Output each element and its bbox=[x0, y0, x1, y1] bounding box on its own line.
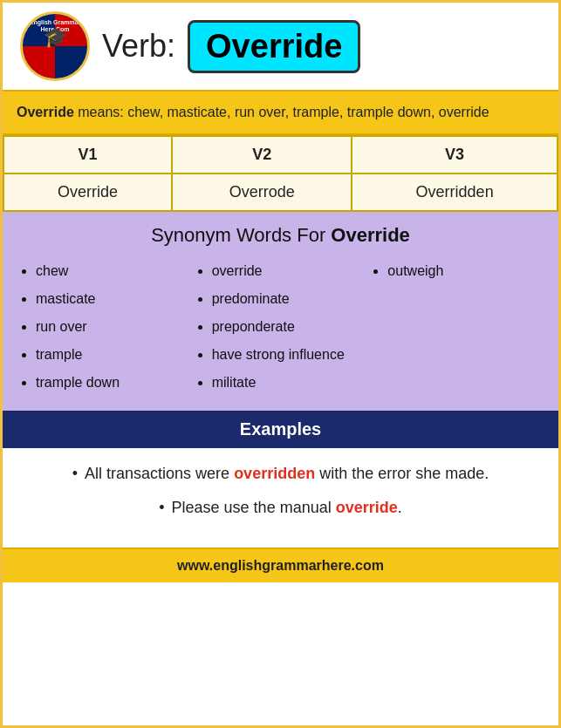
list-item: trample bbox=[36, 341, 193, 369]
synonym-columns: chew masticate run over trample trample … bbox=[17, 257, 544, 397]
table-cell-v1: Override bbox=[3, 173, 172, 211]
list-item: predominate bbox=[212, 285, 369, 313]
bullet-icon: • bbox=[72, 465, 78, 482]
footer: www.englishgrammarhere.com bbox=[3, 548, 558, 582]
example-after-2: . bbox=[398, 499, 402, 516]
word-box: Override bbox=[188, 20, 360, 73]
synonym-title-bold: Override bbox=[331, 224, 410, 246]
definition-box: Override means: chew, masticate, run ove… bbox=[3, 90, 558, 135]
list-item: militate bbox=[212, 369, 369, 397]
table-cell-v2: Overrode bbox=[172, 173, 352, 211]
logo: English Grammar Here.Com 🎓 bbox=[20, 11, 90, 81]
examples-body: •All transactions were overridden with t… bbox=[3, 448, 558, 548]
example-highlight-1: overridden bbox=[234, 465, 315, 482]
list-item: outweigh bbox=[387, 257, 544, 285]
synonym-col-2: override predominate preponderate have s… bbox=[193, 257, 369, 397]
example-after-1: with the error she made. bbox=[315, 465, 489, 482]
list-item: preponderate bbox=[212, 313, 369, 341]
example-text-1: •All transactions were overridden with t… bbox=[29, 462, 532, 486]
synonym-col-1: chew masticate run over trample trample … bbox=[17, 257, 193, 397]
table-header-v2: V2 bbox=[172, 136, 352, 173]
list-item: run over bbox=[36, 313, 193, 341]
table-cell-v3: Overridden bbox=[352, 173, 558, 211]
definition-text: means: chew, masticate, run over, trampl… bbox=[74, 105, 489, 119]
word-title: Override bbox=[206, 28, 342, 65]
header: English Grammar Here.Com 🎓 Verb: Overrid… bbox=[3, 3, 558, 90]
list-item: chew bbox=[36, 257, 193, 285]
synonym-title-plain: Synonym Words For bbox=[151, 224, 331, 246]
synonym-title: Synonym Words For Override bbox=[17, 224, 544, 247]
examples-title: Examples bbox=[240, 419, 321, 439]
examples-header: Examples bbox=[3, 411, 558, 448]
list-item: trample down bbox=[36, 369, 193, 397]
synonym-box: Synonym Words For Override chew masticat… bbox=[3, 212, 558, 411]
definition-bold-word: Override bbox=[17, 105, 74, 119]
logo-hat-icon: 🎓 bbox=[44, 26, 67, 49]
verb-forms-table: V1 V2 V3 Override Overrode Overridden bbox=[3, 135, 558, 212]
example-before-2: Please use the manual bbox=[172, 499, 336, 516]
table-header-v3: V3 bbox=[352, 136, 558, 173]
list-item: override bbox=[212, 257, 369, 285]
list-item: masticate bbox=[36, 285, 193, 313]
example-text-2: •Please use the manual override. bbox=[29, 496, 532, 520]
footer-url: www.englishgrammarhere.com bbox=[177, 558, 384, 573]
synonym-col-3: outweigh bbox=[368, 257, 544, 397]
example-item-1: •All transactions were overridden with t… bbox=[29, 462, 532, 486]
table-header-v1: V1 bbox=[3, 136, 172, 173]
example-before-1: All transactions were bbox=[85, 465, 234, 482]
verb-label: Verb: bbox=[102, 28, 175, 65]
example-highlight-2: override bbox=[336, 499, 398, 516]
example-item-2: •Please use the manual override. bbox=[29, 496, 532, 520]
list-item: have strong influence bbox=[212, 341, 369, 369]
bullet-icon: • bbox=[159, 499, 164, 516]
